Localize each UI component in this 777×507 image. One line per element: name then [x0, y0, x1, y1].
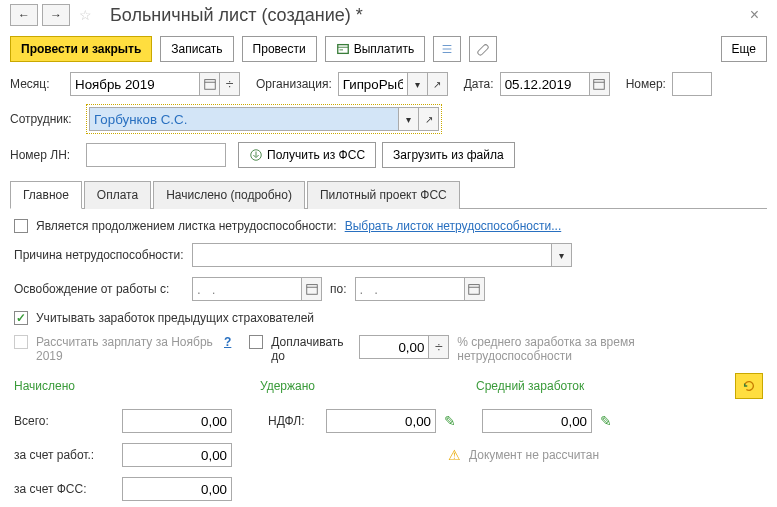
- number-label: Номер:: [626, 77, 666, 91]
- calendar-icon: [305, 282, 319, 296]
- fss-acc-input[interactable]: [122, 477, 232, 501]
- recalc-salary-checkbox: [14, 335, 28, 349]
- employee-open-icon[interactable]: ↗: [419, 107, 439, 131]
- attach-icon-button[interactable]: [469, 36, 497, 62]
- not-calculated-label: Документ не рассчитан: [469, 448, 599, 462]
- total-label: Всего:: [14, 414, 114, 428]
- select-sheet-link[interactable]: Выбрать листок нетрудоспособности...: [345, 219, 562, 233]
- download-icon: [249, 148, 263, 162]
- tab-payment[interactable]: Оплата: [84, 181, 151, 209]
- refresh-icon: [742, 379, 756, 393]
- release-from-input[interactable]: [192, 277, 302, 301]
- col-withheld: Удержано: [260, 379, 320, 393]
- calendar-icon: [467, 282, 481, 296]
- release-label: Освобождение от работы с:: [14, 282, 184, 296]
- paperclip-icon: [476, 42, 490, 56]
- month-calendar-icon[interactable]: [200, 72, 220, 96]
- month-input[interactable]: [70, 72, 200, 96]
- svg-rect-6: [204, 80, 215, 90]
- submit-close-button[interactable]: Провести и закрыть: [10, 36, 152, 62]
- employee-dropdown-icon[interactable]: ▾: [399, 107, 419, 131]
- month-stepper[interactable]: ÷: [220, 72, 240, 96]
- extra-pay-input[interactable]: [359, 335, 429, 359]
- prev-insurers-label: Учитывать заработок предыдущих страховат…: [36, 311, 314, 325]
- get-fss-button[interactable]: Получить из ФСС: [238, 142, 376, 168]
- employee-input[interactable]: [89, 107, 399, 131]
- submit-button[interactable]: Провести: [242, 36, 317, 62]
- col-avg: Средний заработок: [476, 379, 606, 393]
- employer-input[interactable]: [122, 443, 232, 467]
- ndfl-input[interactable]: [326, 409, 436, 433]
- to-label: по:: [330, 282, 347, 296]
- refresh-button[interactable]: [735, 373, 763, 399]
- date-label: Дата:: [464, 77, 494, 91]
- warning-icon: ⚠: [448, 447, 461, 463]
- continuation-label: Является продолжением листка нетрудоспос…: [36, 219, 337, 233]
- reason-dropdown-icon[interactable]: ▾: [552, 243, 572, 267]
- extra-pay-label: Доплачивать до: [271, 335, 351, 363]
- prev-insurers-checkbox[interactable]: [14, 311, 28, 325]
- continuation-checkbox[interactable]: [14, 219, 28, 233]
- release-to-input[interactable]: [355, 277, 465, 301]
- load-file-button[interactable]: Загрузить из файла: [382, 142, 515, 168]
- recalc-salary-label: Рассчитать зарплату за Ноябрь 2019: [36, 335, 216, 363]
- org-input[interactable]: [338, 72, 408, 96]
- ln-label: Номер ЛН:: [10, 148, 80, 162]
- avg-input[interactable]: [482, 409, 592, 433]
- calendar-icon: [592, 77, 606, 91]
- release-from-calendar-icon[interactable]: [302, 277, 322, 301]
- col-accrued: Начислено: [14, 379, 114, 393]
- svg-rect-0: [337, 45, 348, 54]
- close-icon[interactable]: ×: [742, 6, 767, 24]
- employee-label: Сотрудник:: [10, 112, 80, 126]
- pay-icon: [336, 42, 350, 56]
- extra-pay-checkbox[interactable]: [249, 335, 263, 349]
- nav-forward-button[interactable]: →: [42, 4, 70, 26]
- list-icon-button[interactable]: [433, 36, 461, 62]
- calendar-icon: [203, 77, 217, 91]
- reason-input[interactable]: [192, 243, 552, 267]
- fss-acc-label: за счет ФСС:: [14, 482, 114, 496]
- release-to-calendar-icon[interactable]: [465, 277, 485, 301]
- svg-rect-11: [306, 285, 317, 295]
- avg-note: % среднего заработка за время нетрудоспо…: [457, 335, 667, 363]
- list-icon: [440, 42, 454, 56]
- more-button[interactable]: Еще: [721, 36, 767, 62]
- page-title: Больничный лист (создание) *: [110, 5, 738, 26]
- org-open-icon[interactable]: ↗: [428, 72, 448, 96]
- pay-button[interactable]: Выплатить: [325, 36, 426, 62]
- tab-main[interactable]: Главное: [10, 181, 82, 209]
- help-icon[interactable]: ?: [224, 335, 231, 349]
- month-label: Месяц:: [10, 77, 64, 91]
- total-input[interactable]: [122, 409, 232, 433]
- svg-rect-13: [469, 285, 480, 295]
- tab-pilot[interactable]: Пилотный проект ФСС: [307, 181, 460, 209]
- ln-input[interactable]: [86, 143, 226, 167]
- number-input[interactable]: [672, 72, 712, 96]
- extra-pay-stepper[interactable]: ÷: [429, 335, 449, 359]
- date-calendar-icon[interactable]: [590, 72, 610, 96]
- save-button[interactable]: Записать: [160, 36, 233, 62]
- nav-back-button[interactable]: ←: [10, 4, 38, 26]
- favorite-icon[interactable]: ☆: [74, 4, 96, 26]
- org-label: Организация:: [256, 77, 332, 91]
- reason-label: Причина нетрудоспособности:: [14, 248, 184, 262]
- org-dropdown-icon[interactable]: ▾: [408, 72, 428, 96]
- edit-ndfl-icon[interactable]: ✎: [444, 413, 456, 429]
- ndfl-label: НДФЛ:: [268, 414, 318, 428]
- edit-avg-icon[interactable]: ✎: [600, 413, 612, 429]
- tab-accrued[interactable]: Начислено (подробно): [153, 181, 305, 209]
- employer-label: за счет работ.:: [14, 448, 114, 462]
- svg-rect-8: [594, 80, 605, 90]
- date-input[interactable]: [500, 72, 590, 96]
